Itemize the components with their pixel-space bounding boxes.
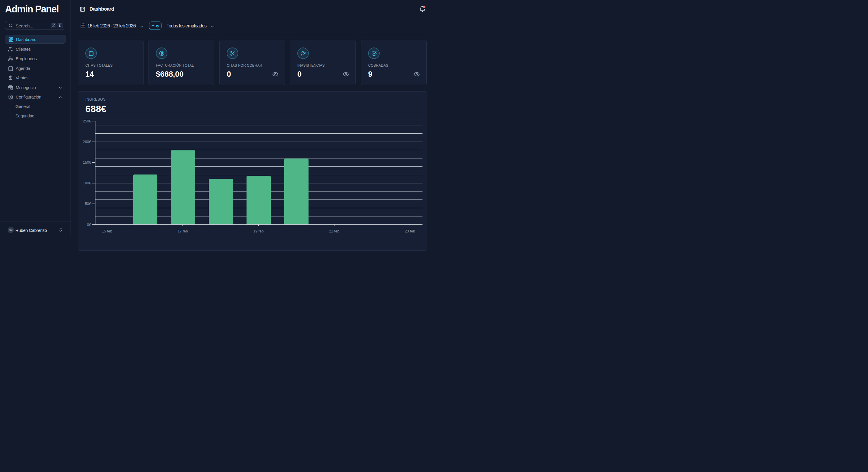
svg-text:250€: 250€ bbox=[83, 119, 91, 123]
svg-text:15 feb: 15 feb bbox=[102, 229, 112, 233]
svg-text:17 feb: 17 feb bbox=[178, 229, 188, 233]
svg-text:150€: 150€ bbox=[83, 161, 91, 165]
svg-text:21 feb: 21 feb bbox=[329, 229, 340, 233]
svg-text:100€: 100€ bbox=[83, 181, 91, 185]
svg-text:19 feb: 19 feb bbox=[253, 229, 264, 233]
svg-text:0€: 0€ bbox=[87, 223, 91, 227]
svg-text:23 feb: 23 feb bbox=[405, 229, 415, 233]
svg-text:200€: 200€ bbox=[83, 140, 91, 144]
svg-text:50€: 50€ bbox=[85, 202, 91, 206]
